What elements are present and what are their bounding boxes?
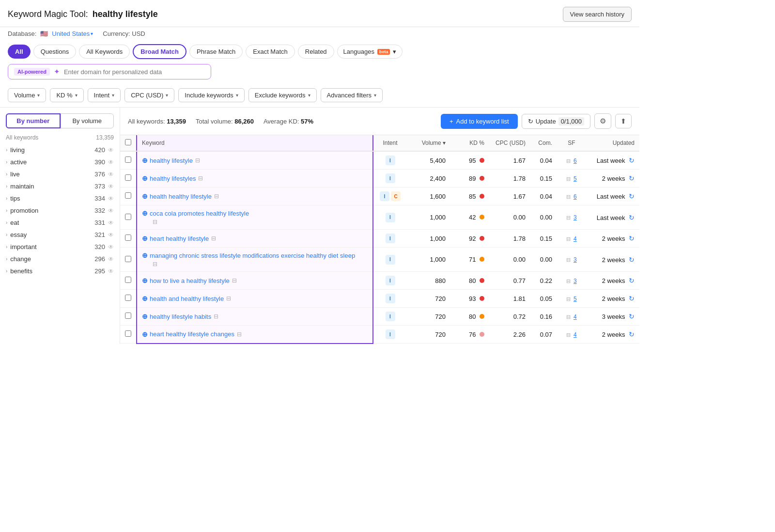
refresh-icon[interactable]: ↻	[629, 313, 635, 320]
sidebar-item-promotion[interactable]: › promotion 332 👁	[0, 204, 120, 217]
advanced-filters[interactable]: Advanced filters ▾	[321, 88, 383, 102]
keyword-link[interactable]: how to live a healthy lifestyle	[150, 277, 230, 284]
row-checkbox[interactable]	[125, 214, 131, 220]
keyword-link[interactable]: healthy lifestyle	[150, 157, 193, 164]
sf-number[interactable]: 6	[574, 193, 577, 200]
eye-icon-active[interactable]: 👁	[108, 159, 114, 166]
intent-badge-c: C	[391, 191, 401, 201]
keyword-link[interactable]: health healthy lifestyle	[150, 193, 212, 200]
keyword-link[interactable]: healthy lifestyles	[150, 175, 196, 182]
add-keyword-icon[interactable]: ⊕	[142, 209, 148, 217]
sf-number[interactable]: 3	[574, 256, 577, 263]
keyword-link[interactable]: coca cola promotes healthy lifestyle	[150, 210, 249, 217]
refresh-icon[interactable]: ↻	[629, 192, 635, 200]
export-button[interactable]: ⬆	[615, 114, 632, 128]
row-checkbox[interactable]	[125, 295, 131, 301]
refresh-icon[interactable]: ↻	[629, 295, 635, 302]
sidebar-item-benefits[interactable]: › benefits 295 👁	[0, 265, 120, 277]
keyword-link[interactable]: heart healthy lifestyle	[150, 235, 209, 242]
exclude-keywords-filter[interactable]: Exclude keywords ▾	[248, 88, 317, 102]
keyword-link[interactable]: heart healthy lifestyle changes	[150, 330, 234, 338]
eye-icon-change[interactable]: 👁	[108, 256, 114, 263]
row-checkbox[interactable]	[125, 235, 131, 241]
tab-all[interactable]: All	[8, 45, 31, 59]
country-selector[interactable]: United States ▾	[52, 30, 93, 37]
by-volume-button[interactable]: By volume	[61, 113, 114, 128]
eye-icon-live[interactable]: 👁	[108, 171, 114, 178]
add-keyword-icon[interactable]: ⊕	[142, 235, 148, 242]
add-keyword-icon[interactable]: ⊕	[142, 330, 148, 338]
add-keyword-icon[interactable]: ⊕	[142, 251, 148, 259]
view-history-button[interactable]: View search history	[563, 7, 632, 22]
sf-number[interactable]: 6	[574, 157, 577, 164]
include-keywords-filter[interactable]: Include keywords ▾	[178, 88, 244, 102]
row-checkbox[interactable]	[125, 330, 131, 337]
sidebar-item-change[interactable]: › change 296 👁	[0, 253, 120, 265]
row-checkbox[interactable]	[125, 174, 131, 181]
refresh-icon[interactable]: ↻	[629, 156, 635, 164]
domain-input[interactable]	[64, 68, 200, 76]
eye-icon-eat[interactable]: 👁	[108, 219, 114, 226]
row-checkbox[interactable]	[125, 313, 131, 319]
tab-broad-match[interactable]: Broad Match	[133, 44, 186, 59]
refresh-icon[interactable]: ↻	[629, 235, 635, 242]
sidebar-item-active[interactable]: › active 390 👁	[0, 156, 120, 168]
add-keyword-icon[interactable]: ⊕	[142, 313, 148, 320]
cpc-filter[interactable]: CPC (USD) ▾	[124, 88, 174, 102]
row-checkbox[interactable]	[125, 156, 131, 163]
kd-filter[interactable]: KD % ▾	[50, 88, 83, 102]
tab-related[interactable]: Related	[298, 45, 334, 59]
sf-number[interactable]: 4	[574, 331, 577, 338]
sf-number[interactable]: 4	[574, 235, 577, 242]
add-keyword-icon[interactable]: ⊕	[142, 277, 148, 284]
tab-phrase-match[interactable]: Phrase Match	[189, 45, 243, 59]
sidebar-item-tips[interactable]: › tips 334 👁	[0, 192, 120, 204]
tab-questions[interactable]: Questions	[33, 45, 77, 59]
sidebar-item-live[interactable]: › live 376 👁	[0, 168, 120, 180]
volume-col-header[interactable]: Volume ▾	[407, 135, 450, 151]
add-keyword-icon[interactable]: ⊕	[142, 295, 148, 302]
refresh-icon[interactable]: ↻	[629, 256, 635, 264]
sidebar-item-essay[interactable]: › essay 321 👁	[0, 229, 120, 241]
sf-number[interactable]: 3	[574, 214, 577, 221]
refresh-icon[interactable]: ↻	[629, 174, 635, 182]
row-checkbox[interactable]	[125, 256, 131, 262]
eye-icon-benefits[interactable]: 👁	[108, 268, 114, 275]
tab-all-keywords[interactable]: All Keywords	[79, 45, 130, 59]
eye-icon-essay[interactable]: 👁	[108, 232, 114, 238]
update-button[interactable]: ↻ Update 0/1,000	[522, 114, 590, 129]
keyword-link[interactable]: health and healthy lifestyle	[150, 295, 224, 302]
settings-button[interactable]: ⚙	[594, 113, 611, 129]
sidebar-item-living[interactable]: › living 420 👁	[0, 144, 120, 156]
refresh-icon[interactable]: ↻	[629, 214, 635, 221]
refresh-icon[interactable]: ↻	[629, 330, 635, 338]
sf-number[interactable]: 4	[574, 313, 577, 320]
sf-number[interactable]: 3	[574, 278, 577, 284]
keyword-link[interactable]: managing chronic stress lifestyle modifi…	[150, 252, 355, 259]
add-to-keyword-list-button[interactable]: + Add to keyword list	[441, 114, 518, 129]
tab-languages[interactable]: Languages beta ▾	[337, 45, 403, 59]
add-keyword-icon[interactable]: ⊕	[142, 192, 148, 200]
refresh-icon[interactable]: ↻	[629, 277, 635, 284]
sf-number[interactable]: 5	[574, 175, 577, 182]
sidebar-item-important[interactable]: › important 320 👁	[0, 241, 120, 253]
eye-icon-maintain[interactable]: 👁	[108, 183, 114, 190]
eye-icon-tips[interactable]: 👁	[108, 195, 114, 202]
select-all-checkbox[interactable]	[125, 139, 131, 145]
row-checkbox[interactable]	[125, 192, 131, 199]
sidebar-item-eat[interactable]: › eat 331 👁	[0, 217, 120, 229]
eye-icon-important[interactable]: 👁	[108, 244, 114, 250]
add-keyword-icon[interactable]: ⊕	[142, 156, 148, 164]
intent-filter[interactable]: Intent ▾	[88, 88, 121, 102]
add-keyword-icon[interactable]: ⊕	[142, 174, 148, 182]
row-checkbox[interactable]	[125, 277, 131, 283]
tab-exact-match[interactable]: Exact Match	[246, 45, 295, 59]
sidebar-item-maintain[interactable]: › maintain 373 👁	[0, 180, 120, 192]
ai-input-wrap[interactable]: AI-powered ✦	[8, 64, 211, 79]
eye-icon-promotion[interactable]: 👁	[108, 207, 114, 214]
volume-filter[interactable]: Volume ▾	[8, 88, 46, 102]
by-number-button[interactable]: By number	[6, 113, 61, 128]
eye-icon-living[interactable]: 👁	[108, 147, 114, 154]
keyword-link[interactable]: healthy lifestyle habits	[150, 313, 211, 320]
sf-number[interactable]: 5	[574, 296, 577, 302]
